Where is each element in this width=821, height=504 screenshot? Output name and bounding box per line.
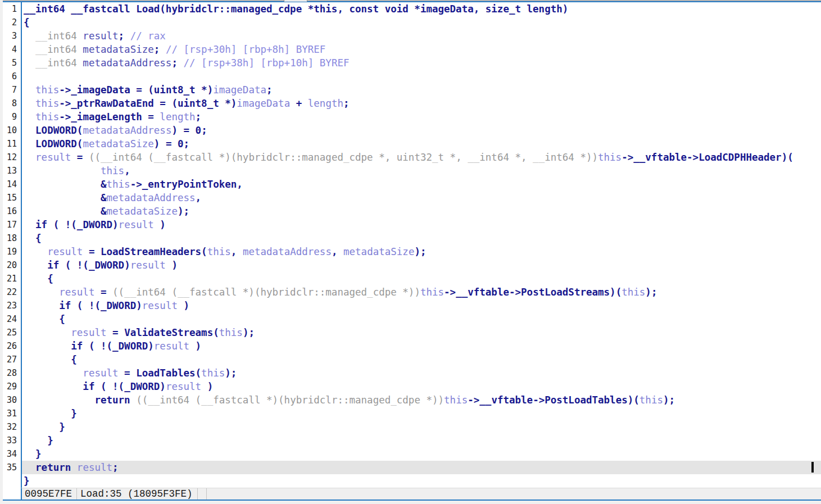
line-number: 33 <box>3 434 21 447</box>
code-line[interactable]: 23 if ( !(_DWORD)result ) <box>3 299 821 312</box>
code-line[interactable]: 22 result = ((__int64 (__fastcall *)(hyb… <box>3 285 821 299</box>
line-number: 31 <box>3 407 21 420</box>
line-number: 28 <box>3 366 21 380</box>
code-text[interactable]: return result; <box>21 461 821 474</box>
code-text[interactable]: __int64 result; // rax <box>21 29 821 43</box>
code-text[interactable]: result = LoadTables(this); <box>21 366 821 380</box>
code-line[interactable]: 21 { <box>3 272 821 285</box>
code-text[interactable]: this->_ptrRawDataEnd = (uint8_t *)imageD… <box>21 97 821 110</box>
code-text[interactable]: } <box>21 447 821 461</box>
code-line[interactable]: 18 { <box>3 231 821 245</box>
line-number: 18 <box>3 231 21 245</box>
line-number: 26 <box>3 339 21 353</box>
code-line[interactable]: 20 if ( !(_DWORD)result ) <box>3 258 821 272</box>
code-text[interactable]: { <box>21 353 821 366</box>
code-line[interactable]: 26 if ( !(_DWORD)result ) <box>3 339 821 353</box>
code-line[interactable]: 8 this->_ptrRawDataEnd = (uint8_t *)imag… <box>3 97 821 110</box>
code-line[interactable]: 15 &metadataAddress, <box>3 191 821 205</box>
code-line[interactable]: 7 this->_imageData = (uint8_t *)imageDat… <box>3 83 821 97</box>
code-text[interactable]: &this->_entryPointToken, <box>21 178 821 191</box>
code-line[interactable]: 10 LODWORD(metadataAddress) = 0; <box>3 124 821 137</box>
code-line[interactable]: 17 if ( !(_DWORD)result ) <box>3 218 821 231</box>
code-line[interactable]: 9 this->_imageLength = length; <box>3 110 821 124</box>
code-line[interactable]: 24 { <box>3 312 821 326</box>
code-line[interactable]: 31 } <box>3 407 821 420</box>
code-line[interactable]: 4 __int64 metadataSize; // [rsp+30h] [rb… <box>3 43 821 56</box>
code-line[interactable]: 12 result = ((__int64 (__fastcall *)(hyb… <box>3 151 821 164</box>
code-line[interactable]: 25 result = ValidateStreams(this); <box>3 326 821 339</box>
line-number: 2 <box>3 16 21 29</box>
code-line[interactable]: 29 if ( !(_DWORD)result ) <box>3 380 821 393</box>
code-line[interactable]: 3 __int64 result; // rax <box>3 29 821 43</box>
line-number: 16 <box>3 205 21 218</box>
code-text[interactable]: } <box>21 434 821 447</box>
splitter-notch[interactable] <box>284 0 307 2</box>
code-line[interactable]: 5 __int64 metadataAddress; // [rsp+38h] … <box>3 56 821 70</box>
code-text[interactable]: { <box>21 231 821 245</box>
code-text[interactable]: &metadataSize); <box>21 205 821 218</box>
code-text[interactable]: if ( !(_DWORD)result ) <box>21 380 821 393</box>
status-bar: 0095E7FE Load:35 (18095F3FE) <box>3 488 821 500</box>
code-text[interactable]: if ( !(_DWORD)result ) <box>21 299 821 312</box>
line-number: 27 <box>3 353 21 366</box>
line-number: 4 <box>3 43 21 56</box>
status-bar-gutter <box>3 488 21 500</box>
code-text[interactable]: LODWORD(metadataSize) = 0; <box>21 137 821 151</box>
code-line[interactable]: 28 result = LoadTables(this); <box>3 366 821 380</box>
code-text[interactable] <box>21 70 821 83</box>
code-text[interactable]: this->_imageLength = length; <box>21 110 821 124</box>
code-text[interactable]: if ( !(_DWORD)result ) <box>21 258 821 272</box>
line-number: 8 <box>3 97 21 110</box>
code-text[interactable]: &metadataAddress, <box>21 191 821 205</box>
line-number: 13 <box>3 164 21 178</box>
code-text[interactable]: } <box>21 407 821 420</box>
code-line[interactable]: 16 &metadataSize); <box>3 205 821 218</box>
code-line[interactable]: 35 return result; <box>3 461 821 474</box>
code-line[interactable]: 2{ <box>3 16 821 29</box>
code-text[interactable]: { <box>21 272 821 285</box>
line-number: 21 <box>3 272 21 285</box>
code-text[interactable]: this, <box>21 164 821 178</box>
code-text[interactable]: LODWORD(metadataAddress) = 0; <box>21 124 821 137</box>
code-text[interactable]: result = ((__int64 (__fastcall *)(hybrid… <box>21 285 821 299</box>
code-line[interactable]: 14 &this->_entryPointToken, <box>3 178 821 191</box>
code-text[interactable]: { <box>21 16 821 29</box>
line-number: 7 <box>3 83 21 97</box>
code-line[interactable]: 13 this, <box>3 164 821 178</box>
code-line[interactable]: 34 } <box>3 447 821 461</box>
ida-pseudocode-window: 1__int64 __fastcall Load(hybridclr::mana… <box>0 0 821 504</box>
line-number: 35 <box>3 461 21 474</box>
code-text[interactable]: __int64 __fastcall Load(hybridclr::manag… <box>21 2 821 16</box>
code-text[interactable]: this->_imageData = (uint8_t *)imageData; <box>21 83 821 97</box>
code-text[interactable]: } <box>21 420 821 434</box>
code-text[interactable]: { <box>21 312 821 326</box>
pseudocode-view[interactable]: 1__int64 __fastcall Load(hybridclr::mana… <box>3 0 821 488</box>
line-number: 1 <box>3 2 21 16</box>
code-line[interactable]: 32 } <box>3 420 821 434</box>
code-line[interactable]: 30 return ((__int64 (__fastcall *)(hybri… <box>3 393 821 407</box>
line-number: 23 <box>3 299 21 312</box>
line-number: 14 <box>3 178 21 191</box>
code-text[interactable]: result = ((__int64 (__fastcall *)(hybrid… <box>21 151 821 164</box>
code-text[interactable]: } <box>21 474 821 488</box>
code-line[interactable]: 19 result = LoadStreamHeaders(this, meta… <box>3 245 821 258</box>
line-number: 29 <box>3 380 21 393</box>
code-line[interactable]: 11 LODWORD(metadataSize) = 0; <box>3 137 821 151</box>
code-text[interactable]: __int64 metadataSize; // [rsp+30h] [rbp+… <box>21 43 821 56</box>
code-line[interactable]: 33 } <box>3 434 821 447</box>
line-number: 9 <box>3 110 21 124</box>
code-text[interactable]: if ( !(_DWORD)result ) <box>21 218 821 231</box>
line-number: 25 <box>3 326 21 339</box>
code-text[interactable]: result = ValidateStreams(this); <box>21 326 821 339</box>
line-number: 19 <box>3 245 21 258</box>
code-line[interactable]: } <box>3 474 821 488</box>
code-line[interactable]: 27 { <box>3 353 821 366</box>
text-caret <box>811 462 814 473</box>
code-text[interactable]: result = LoadStreamHeaders(this, metadat… <box>21 245 821 258</box>
code-text[interactable]: __int64 metadataAddress; // [rsp+38h] [r… <box>21 56 821 70</box>
bottom-margin-strip <box>0 501 821 504</box>
code-line[interactable]: 6 <box>3 70 821 83</box>
code-text[interactable]: if ( !(_DWORD)result ) <box>21 339 821 353</box>
code-line[interactable]: 1__int64 __fastcall Load(hybridclr::mana… <box>3 2 821 16</box>
code-text[interactable]: return ((__int64 (__fastcall *)(hybridcl… <box>21 393 821 407</box>
